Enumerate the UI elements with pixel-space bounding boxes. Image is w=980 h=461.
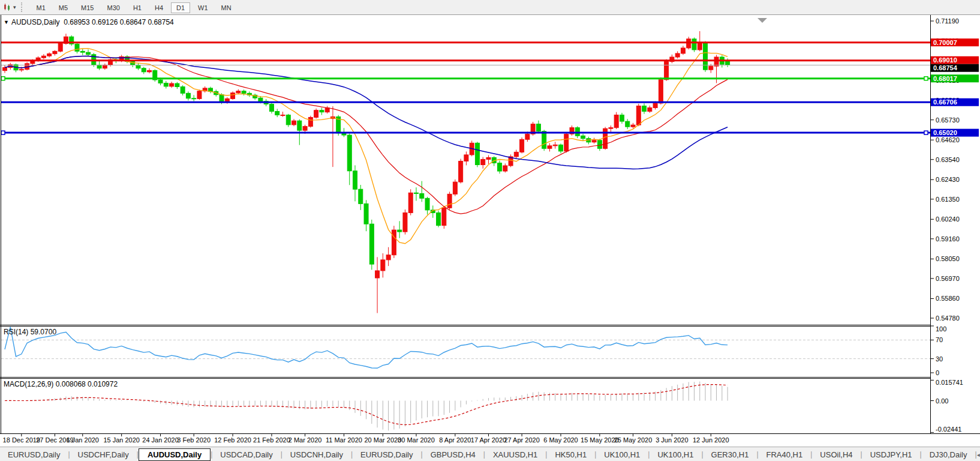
candle-body — [392, 230, 396, 255]
candle-body — [286, 115, 290, 125]
price-axis-tick-label: 0.71190 — [936, 17, 959, 25]
candle-body — [197, 91, 202, 99]
candle-body — [514, 152, 518, 157]
candle-body — [403, 212, 407, 232]
chart-tab-eurusd-0[interactable]: EURUSD,Daily — [0, 449, 68, 460]
candle-body — [442, 208, 446, 225]
price-axis-tick-label: 0.55860 — [936, 295, 960, 302]
candle-body — [136, 65, 140, 68]
time-axis-label: 11 Mar 2020 — [326, 436, 362, 444]
candle-body — [269, 104, 273, 111]
time-axis-label: 18 Dec 2019 — [3, 436, 40, 444]
price-axis-tick-label: 0.63540 — [936, 156, 960, 163]
candle-body — [698, 43, 702, 50]
candle-body — [525, 134, 530, 139]
candle-body — [614, 115, 618, 128]
chart-tab-bar: EURUSD,Daily|USDCHF,Daily|AUDUSD,Daily|U… — [0, 447, 980, 461]
chart-background — [0, 15, 980, 446]
hline-handle[interactable] — [924, 131, 928, 134]
time-axis-label: 20 Mar 2020 — [364, 436, 401, 444]
candle-body — [308, 117, 312, 126]
rsi-indicator-label: RSI(14) 59.0700 — [4, 328, 56, 336]
candle-body — [242, 91, 246, 94]
chart-tab-uk100-10[interactable]: UK100,H1 — [650, 449, 701, 460]
price-axis-tick-label: 0.58050 — [936, 255, 960, 262]
chart-tab-dj30-15[interactable]: DJ30,Daily — [922, 449, 975, 460]
time-axis-label: 3 Feb 2020 — [177, 436, 211, 444]
macd-axis-label: -0.02441 — [936, 426, 961, 433]
chart-tab-audusd-2[interactable]: AUDUSD,Daily — [139, 448, 211, 461]
candle-body — [369, 224, 374, 264]
price-badge-label: 0.68754 — [933, 64, 958, 71]
candle-body — [414, 193, 418, 193]
candle-body — [603, 128, 608, 148]
chart-tab-usoil-13[interactable]: USOil,H4 — [812, 449, 860, 460]
price-axis-tick-label: 0.56970 — [936, 275, 960, 282]
candle-body — [548, 146, 552, 149]
candle-body — [181, 86, 185, 93]
chart-tab-eurusd-5[interactable]: EURUSD,Daily — [353, 449, 420, 460]
rsi-axis-label: 70 — [936, 336, 943, 343]
time-axis-label: 24 Jan 2020 — [142, 436, 179, 444]
time-axis-label: 15 Jan 2020 — [103, 436, 140, 444]
chart-tab-fra40-12[interactable]: FRA40,H1 — [759, 449, 811, 460]
candle-body — [353, 171, 357, 189]
candle-body — [581, 136, 585, 139]
hline-handle[interactable] — [1, 77, 5, 80]
tab-scroll-left-icon[interactable]: ◂ — [977, 451, 980, 458]
candle-body — [258, 98, 263, 101]
candle-body — [3, 68, 7, 71]
candle-body — [475, 143, 479, 164]
collapse-chart-icon[interactable]: ▼ — [4, 19, 9, 25]
candle-body — [498, 163, 502, 171]
candle-body — [320, 110, 324, 112]
hline-handle[interactable] — [924, 77, 928, 80]
time-axis-label: 6 Jan 2020 — [67, 436, 99, 444]
chart-title: ▼AUDUSD,Daily 0.68953 0.69126 0.68647 0.… — [4, 18, 174, 26]
chart-tab-ger30-11[interactable]: GER30,H1 — [704, 449, 757, 460]
time-axis-label: 25 May 2020 — [614, 436, 653, 444]
price-badge-label: 0.65020 — [933, 129, 957, 136]
candle-body — [386, 255, 390, 260]
price-axis-tick-label: 0.61350 — [936, 196, 960, 203]
candle-body — [292, 121, 296, 125]
chart-tab-usdchf-1[interactable]: USDCHF,Daily — [70, 449, 137, 460]
candle-body — [158, 80, 163, 83]
candle-body — [626, 121, 630, 127]
chart-tab-hk50-8[interactable]: HK50,H1 — [547, 449, 594, 460]
candle-body — [653, 103, 657, 108]
candle-body — [220, 95, 224, 103]
candle-body — [520, 139, 524, 152]
candle-body — [170, 83, 174, 86]
hline-handle[interactable] — [1, 131, 5, 134]
candle-body — [437, 212, 441, 225]
price-axis-tick-label: 0.64620 — [936, 136, 960, 143]
price-badge-label: 0.69010 — [933, 56, 957, 64]
candle-body — [459, 161, 463, 182]
chart-tab-xauusd-7[interactable]: XAUUSD,H1 — [485, 449, 545, 460]
candle-body — [592, 140, 596, 142]
time-axis-label: 2 Mar 2020 — [288, 436, 322, 444]
chart-tab-usdcad-3[interactable]: USDCAD,Daily — [212, 449, 280, 460]
candle-body — [453, 182, 457, 194]
candle-body — [142, 68, 146, 72]
time-axis-label: 21 Feb 2020 — [253, 436, 290, 444]
candle-body — [659, 80, 663, 103]
time-axis-label: 27 Apr 2020 — [504, 436, 539, 444]
candle-body — [281, 115, 285, 116]
candle-body — [325, 108, 329, 112]
candle-body — [297, 121, 302, 130]
chart-tab-usdjpy-14[interactable]: USDJPY,H1 — [862, 449, 920, 460]
chart-tab-uk100-9[interactable]: UK100,H1 — [596, 449, 648, 460]
candle-body — [597, 140, 602, 149]
candle-body — [80, 51, 85, 52]
chart-tab-usdcnh-4[interactable]: USDCNH,Daily — [282, 449, 351, 460]
candle-body — [481, 159, 485, 164]
candle-body — [19, 70, 23, 70]
candle-body — [303, 127, 307, 131]
candle-body — [536, 124, 540, 131]
candle-body — [692, 39, 696, 50]
candle-body — [381, 260, 385, 271]
candle-body — [620, 115, 624, 122]
chart-tab-gbpusd-6[interactable]: GBPUSD,H4 — [423, 449, 483, 460]
